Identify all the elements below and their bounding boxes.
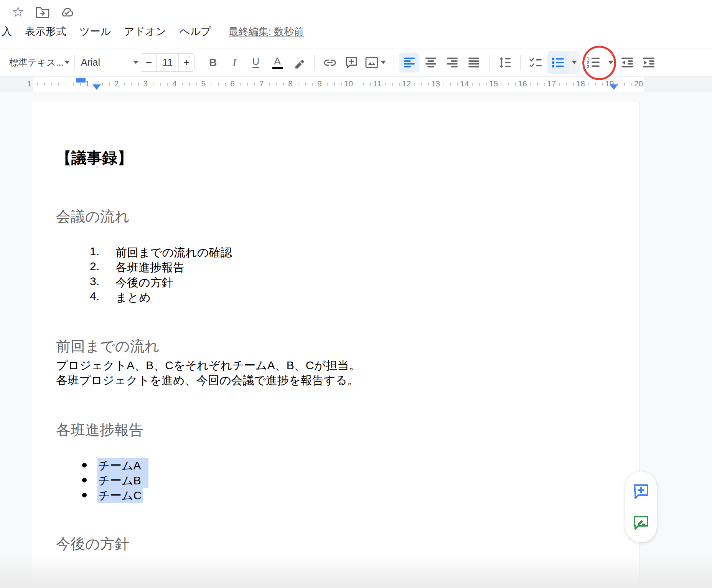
decrease-font-size-button[interactable]: − [141,54,157,71]
align-left-icon [404,58,415,68]
ruler-number: 7 [259,79,264,88]
ruler-number: 1 [85,79,90,88]
document-page[interactable]: 【議事録】 会議の流れ 1. 前回までの流れの確認 2. 各班進捗報告 3. 今… [32,102,640,588]
list-item: チームA [32,458,639,473]
move-folder-button[interactable] [35,4,51,20]
bullet-icon [82,478,87,482]
ruler-tick [573,83,574,86]
chevron-down-icon [133,61,138,64]
insert-link-button[interactable] [320,53,340,73]
list-text: 各班進捗報告 [115,260,185,276]
ruler-tick [124,83,125,86]
image-icon [365,57,378,68]
bold-button[interactable]: B [203,53,223,73]
insert-image-button[interactable] [363,53,388,73]
link-icon [323,56,337,69]
teams-bullet-list: チームA チームB チームC [32,458,639,503]
ruler-number: 6 [230,79,235,88]
add-comment-margin-button[interactable] [630,481,652,502]
decrease-indent-button[interactable] [618,53,638,73]
selected-text: チームB [97,473,148,488]
bulleted-list-button[interactable] [547,51,569,74]
toolbar-separator [520,55,521,70]
menu-help[interactable]: ヘルプ [173,25,218,38]
list-number: 3. [69,275,99,288]
ruler-tick [508,83,509,86]
underline-button[interactable]: U [246,53,266,73]
last-edit-link[interactable]: 最終編集: 数秒前 [229,25,304,38]
ruler-tick [247,83,248,86]
ruler-tick [450,83,451,86]
font-dropdown[interactable]: Arial [81,57,138,68]
bulleted-list-icon [552,57,565,68]
ruler-tick [73,83,74,86]
font-size-input[interactable]: 11 [157,54,179,71]
star-button[interactable]: ☆ [10,4,26,20]
ruler-tick [327,83,328,86]
menu-format[interactable]: 表示形式 [18,25,73,38]
ruler-tick [305,83,306,86]
ruler-tick [370,83,371,86]
numbered-list-options-button[interactable] [605,53,616,73]
ruler-tick [472,83,473,86]
list-number: 1. [69,245,99,258]
left-indent-marker[interactable] [92,84,101,90]
document-area: 【議事録】 会議の流れ 1. 前回までの流れの確認 2. 各班進捗報告 3. 今… [0,92,712,588]
italic-icon: I [232,56,236,69]
cloud-saved-icon [59,6,75,18]
menu-insert-partial[interactable]: 入 [0,25,18,38]
decrease-indent-icon [621,58,635,68]
document-status-button[interactable] [59,4,75,20]
ruler-tick [515,83,516,86]
increase-font-size-button[interactable]: + [179,54,194,71]
add-comment-button[interactable] [341,53,361,73]
ruler-number: 10 [344,79,353,88]
ruler-tick [225,83,226,86]
ruler-tick [341,83,342,86]
menu-addons[interactable]: アドオン [117,25,173,38]
ruler-tick [501,83,501,86]
ruler-number: 3 [143,79,148,88]
ruler-tick [37,83,38,86]
first-line-indent-marker[interactable] [76,78,86,83]
ruler[interactable]: 11234567891011121314151617181920 [0,77,712,92]
align-right-button[interactable] [442,53,462,73]
checklist-button[interactable] [526,53,546,73]
justify-button[interactable] [464,53,484,73]
italic-button[interactable]: I [224,53,244,73]
ruler-number: 2 [114,79,119,88]
text-color-button[interactable]: A [267,53,287,73]
chevron-down-icon [381,61,386,64]
align-left-button[interactable] [399,53,419,73]
suggest-edit-icon [632,514,650,531]
align-center-button[interactable] [421,53,441,73]
paragraph-style-dropdown[interactable]: 標準テキス... [9,56,70,69]
chevron-down-icon [608,61,613,64]
ruler-tick [631,83,632,86]
ruler-tick [486,83,487,86]
highlight-color-button[interactable] [289,53,309,73]
toolbar: 標準テキス... Arial − 11 + B I U A [0,48,712,77]
menu-tools[interactable]: ツール [73,25,117,38]
ruler-tick [385,83,386,86]
selected-text: チームC [97,488,143,503]
numbered-list-button[interactable]: 1 2 3 [583,53,603,73]
margin-action-pill [625,471,657,542]
justify-icon [468,58,479,68]
increase-indent-button[interactable] [639,53,659,73]
list-item: 3. 今後の方針 [32,275,639,290]
suggest-edits-button[interactable] [630,512,652,533]
heading-future: 今後の方針 [56,534,129,554]
ruler-number: 8 [288,79,293,88]
ruler-tick [334,83,335,86]
ruler-tick [363,83,364,86]
ruler-tick [414,83,415,86]
bulleted-list-options-button[interactable] [569,51,580,74]
ruler-tick [138,83,139,86]
toolbar-separator [489,55,490,70]
ruler-tick [421,83,422,86]
right-indent-marker[interactable] [610,84,618,90]
list-item: チームC [32,488,639,503]
toolbar-separator [74,55,75,70]
line-spacing-button[interactable] [495,53,515,73]
